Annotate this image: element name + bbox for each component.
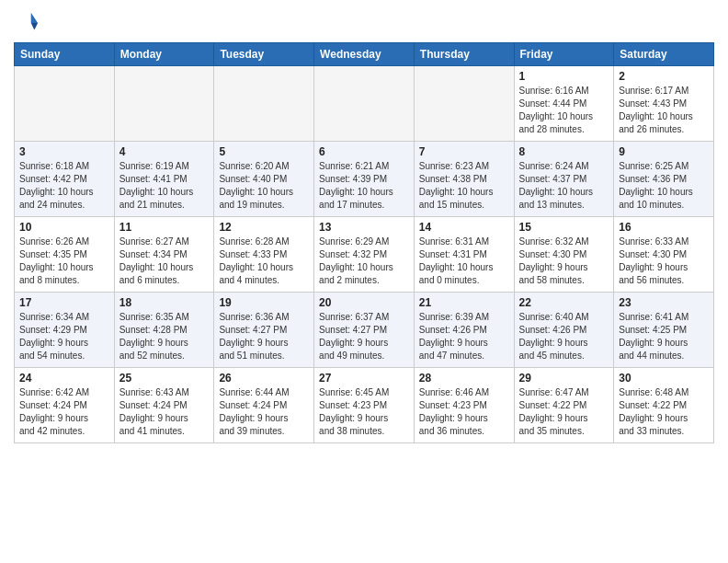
day-header-wednesday: Wednesday <box>314 43 415 66</box>
day-header-friday: Friday <box>514 43 614 66</box>
day-number: 8 <box>519 145 609 158</box>
calendar-week-2: 3Sunrise: 6:18 AMSunset: 4:42 PMDaylight… <box>15 142 714 217</box>
day-info: Sunrise: 6:37 AMSunset: 4:27 PMDaylight:… <box>319 311 409 362</box>
svg-marker-1 <box>31 23 38 29</box>
day-info: Sunrise: 6:43 AMSunset: 4:24 PMDaylight:… <box>119 386 210 438</box>
day-info: Sunrise: 6:17 AMSunset: 4:43 PMDaylight:… <box>619 85 709 136</box>
calendar-cell: 21Sunrise: 6:39 AMSunset: 4:26 PMDayligh… <box>414 293 514 368</box>
day-info: Sunrise: 6:44 AMSunset: 4:24 PMDaylight:… <box>219 386 309 438</box>
day-number: 27 <box>319 372 409 385</box>
day-info: Sunrise: 6:39 AMSunset: 4:26 PMDaylight:… <box>419 311 509 362</box>
day-info: Sunrise: 6:42 AMSunset: 4:24 PMDaylight:… <box>19 386 109 438</box>
logo <box>14 9 43 35</box>
day-number: 6 <box>319 145 409 158</box>
day-header-monday: Monday <box>114 43 214 66</box>
day-info: Sunrise: 6:36 AMSunset: 4:27 PMDaylight:… <box>219 311 309 362</box>
day-info: Sunrise: 6:20 AMSunset: 4:40 PMDaylight:… <box>219 160 309 212</box>
logo-icon <box>14 9 40 35</box>
day-info: Sunrise: 6:24 AMSunset: 4:37 PMDaylight:… <box>519 160 609 212</box>
svg-marker-0 <box>31 13 38 23</box>
day-info: Sunrise: 6:28 AMSunset: 4:33 PMDaylight:… <box>219 236 309 287</box>
day-number: 14 <box>419 221 509 234</box>
day-info: Sunrise: 6:31 AMSunset: 4:31 PMDaylight:… <box>419 236 509 287</box>
calendar-cell: 22Sunrise: 6:40 AMSunset: 4:26 PMDayligh… <box>514 293 614 368</box>
calendar-cell: 9Sunrise: 6:25 AMSunset: 4:36 PMDaylight… <box>614 142 714 217</box>
calendar-week-4: 17Sunrise: 6:34 AMSunset: 4:29 PMDayligh… <box>15 293 714 368</box>
day-number: 1 <box>519 70 609 83</box>
day-number: 18 <box>119 296 210 309</box>
calendar-cell: 1Sunrise: 6:16 AMSunset: 4:44 PMDaylight… <box>514 66 614 142</box>
day-header-sunday: Sunday <box>15 43 115 66</box>
day-number: 20 <box>319 296 409 309</box>
calendar-cell: 29Sunrise: 6:47 AMSunset: 4:22 PMDayligh… <box>514 368 614 443</box>
calendar-cell: 17Sunrise: 6:34 AMSunset: 4:29 PMDayligh… <box>15 293 115 368</box>
day-info: Sunrise: 6:23 AMSunset: 4:38 PMDaylight:… <box>419 160 509 212</box>
calendar-week-3: 10Sunrise: 6:26 AMSunset: 4:35 PMDayligh… <box>15 217 714 293</box>
calendar-cell: 8Sunrise: 6:24 AMSunset: 4:37 PMDaylight… <box>514 142 614 217</box>
header <box>14 9 714 35</box>
day-info: Sunrise: 6:41 AMSunset: 4:25 PMDaylight:… <box>619 311 709 362</box>
calendar-cell: 27Sunrise: 6:45 AMSunset: 4:23 PMDayligh… <box>314 368 415 443</box>
day-number: 24 <box>19 372 109 385</box>
calendar-cell: 6Sunrise: 6:21 AMSunset: 4:39 PMDaylight… <box>314 142 415 217</box>
day-number: 29 <box>519 372 609 385</box>
day-info: Sunrise: 6:25 AMSunset: 4:36 PMDaylight:… <box>619 160 709 212</box>
calendar-cell: 14Sunrise: 6:31 AMSunset: 4:31 PMDayligh… <box>414 217 514 293</box>
calendar-week-5: 24Sunrise: 6:42 AMSunset: 4:24 PMDayligh… <box>15 368 714 443</box>
day-number: 5 <box>219 145 309 158</box>
calendar-cell: 26Sunrise: 6:44 AMSunset: 4:24 PMDayligh… <box>214 368 314 443</box>
day-number: 17 <box>19 296 109 309</box>
day-number: 23 <box>619 296 709 309</box>
calendar-cell: 28Sunrise: 6:46 AMSunset: 4:23 PMDayligh… <box>414 368 514 443</box>
day-header-tuesday: Tuesday <box>214 43 314 66</box>
day-number: 4 <box>119 145 210 158</box>
calendar-cell: 18Sunrise: 6:35 AMSunset: 4:28 PMDayligh… <box>114 293 214 368</box>
calendar-cell: 24Sunrise: 6:42 AMSunset: 4:24 PMDayligh… <box>15 368 115 443</box>
calendar-cell: 4Sunrise: 6:19 AMSunset: 4:41 PMDaylight… <box>114 142 214 217</box>
day-number: 25 <box>119 372 210 385</box>
day-header-thursday: Thursday <box>414 43 514 66</box>
day-number: 30 <box>619 372 709 385</box>
day-info: Sunrise: 6:47 AMSunset: 4:22 PMDaylight:… <box>519 386 609 438</box>
day-info: Sunrise: 6:21 AMSunset: 4:39 PMDaylight:… <box>319 160 409 212</box>
day-header-saturday: Saturday <box>614 43 714 66</box>
day-info: Sunrise: 6:35 AMSunset: 4:28 PMDaylight:… <box>119 311 210 362</box>
calendar-cell: 16Sunrise: 6:33 AMSunset: 4:30 PMDayligh… <box>614 217 714 293</box>
day-info: Sunrise: 6:45 AMSunset: 4:23 PMDaylight:… <box>319 386 409 438</box>
calendar-cell: 25Sunrise: 6:43 AMSunset: 4:24 PMDayligh… <box>114 368 214 443</box>
day-number: 28 <box>419 372 509 385</box>
calendar-cell: 10Sunrise: 6:26 AMSunset: 4:35 PMDayligh… <box>15 217 115 293</box>
day-info: Sunrise: 6:29 AMSunset: 4:32 PMDaylight:… <box>319 236 409 287</box>
day-number: 11 <box>119 221 210 234</box>
calendar-cell: 20Sunrise: 6:37 AMSunset: 4:27 PMDayligh… <box>314 293 415 368</box>
day-number: 22 <box>519 296 609 309</box>
day-number: 21 <box>419 296 509 309</box>
day-info: Sunrise: 6:34 AMSunset: 4:29 PMDaylight:… <box>19 311 109 362</box>
day-info: Sunrise: 6:19 AMSunset: 4:41 PMDaylight:… <box>119 160 210 212</box>
day-number: 2 <box>619 70 709 83</box>
calendar-cell <box>414 66 514 142</box>
calendar-week-1: 1Sunrise: 6:16 AMSunset: 4:44 PMDaylight… <box>15 66 714 142</box>
day-info: Sunrise: 6:16 AMSunset: 4:44 PMDaylight:… <box>519 85 609 136</box>
calendar-header-row: SundayMondayTuesdayWednesdayThursdayFrid… <box>15 43 714 66</box>
day-info: Sunrise: 6:46 AMSunset: 4:23 PMDaylight:… <box>419 386 509 438</box>
day-number: 10 <box>19 221 109 234</box>
day-info: Sunrise: 6:40 AMSunset: 4:26 PMDaylight:… <box>519 311 609 362</box>
day-number: 7 <box>419 145 509 158</box>
calendar-cell: 15Sunrise: 6:32 AMSunset: 4:30 PMDayligh… <box>514 217 614 293</box>
calendar-cell <box>214 66 314 142</box>
page: SundayMondayTuesdayWednesdayThursdayFrid… <box>0 0 728 453</box>
day-number: 19 <box>219 296 309 309</box>
day-number: 9 <box>619 145 709 158</box>
day-info: Sunrise: 6:33 AMSunset: 4:30 PMDaylight:… <box>619 236 709 287</box>
calendar-cell: 3Sunrise: 6:18 AMSunset: 4:42 PMDaylight… <box>15 142 115 217</box>
day-number: 12 <box>219 221 309 234</box>
day-info: Sunrise: 6:27 AMSunset: 4:34 PMDaylight:… <box>119 236 210 287</box>
calendar-cell <box>114 66 214 142</box>
calendar-cell <box>314 66 415 142</box>
day-info: Sunrise: 6:26 AMSunset: 4:35 PMDaylight:… <box>19 236 109 287</box>
calendar-cell <box>15 66 115 142</box>
calendar-cell: 7Sunrise: 6:23 AMSunset: 4:38 PMDaylight… <box>414 142 514 217</box>
day-number: 15 <box>519 221 609 234</box>
day-number: 26 <box>219 372 309 385</box>
